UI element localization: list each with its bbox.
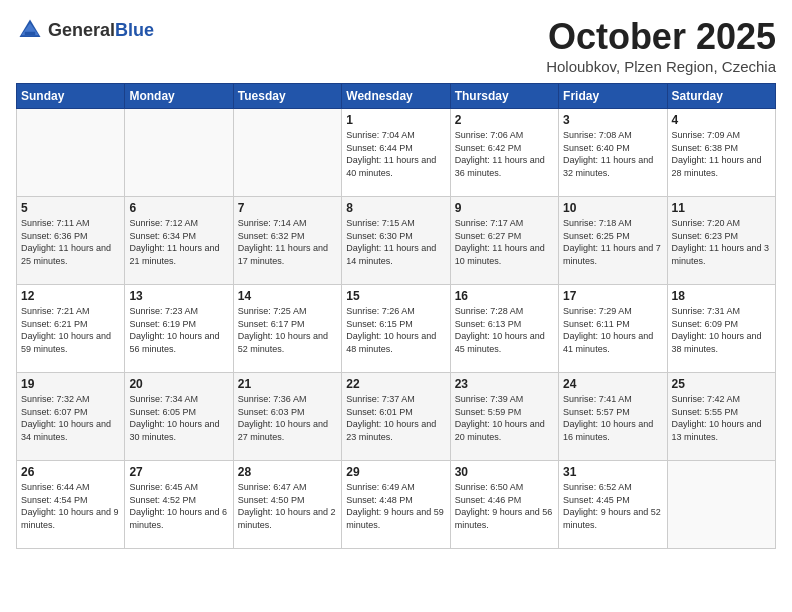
day-info: Sunrise: 7:06 AM Sunset: 6:42 PM Dayligh… <box>455 129 554 179</box>
calendar-cell <box>667 461 775 549</box>
month-title: October 2025 <box>546 16 776 58</box>
day-number: 28 <box>238 465 337 479</box>
day-number: 13 <box>129 289 228 303</box>
day-number: 9 <box>455 201 554 215</box>
day-info: Sunrise: 7:04 AM Sunset: 6:44 PM Dayligh… <box>346 129 445 179</box>
calendar-table: SundayMondayTuesdayWednesdayThursdayFrid… <box>16 83 776 549</box>
calendar-cell: 10Sunrise: 7:18 AM Sunset: 6:25 PM Dayli… <box>559 197 667 285</box>
day-info: Sunrise: 6:49 AM Sunset: 4:48 PM Dayligh… <box>346 481 445 531</box>
calendar-cell: 6Sunrise: 7:12 AM Sunset: 6:34 PM Daylig… <box>125 197 233 285</box>
calendar-cell: 11Sunrise: 7:20 AM Sunset: 6:23 PM Dayli… <box>667 197 775 285</box>
day-number: 19 <box>21 377 120 391</box>
day-number: 21 <box>238 377 337 391</box>
day-info: Sunrise: 7:15 AM Sunset: 6:30 PM Dayligh… <box>346 217 445 267</box>
calendar-cell: 19Sunrise: 7:32 AM Sunset: 6:07 PM Dayli… <box>17 373 125 461</box>
day-info: Sunrise: 7:28 AM Sunset: 6:13 PM Dayligh… <box>455 305 554 355</box>
day-info: Sunrise: 6:47 AM Sunset: 4:50 PM Dayligh… <box>238 481 337 531</box>
calendar-cell: 24Sunrise: 7:41 AM Sunset: 5:57 PM Dayli… <box>559 373 667 461</box>
day-number: 7 <box>238 201 337 215</box>
day-number: 12 <box>21 289 120 303</box>
day-number: 16 <box>455 289 554 303</box>
calendar-cell: 29Sunrise: 6:49 AM Sunset: 4:48 PM Dayli… <box>342 461 450 549</box>
weekday-header-row: SundayMondayTuesdayWednesdayThursdayFrid… <box>17 84 776 109</box>
day-info: Sunrise: 7:17 AM Sunset: 6:27 PM Dayligh… <box>455 217 554 267</box>
weekday-header: Thursday <box>450 84 558 109</box>
day-number: 17 <box>563 289 662 303</box>
day-info: Sunrise: 7:14 AM Sunset: 6:32 PM Dayligh… <box>238 217 337 267</box>
day-info: Sunrise: 7:41 AM Sunset: 5:57 PM Dayligh… <box>563 393 662 443</box>
calendar-week-row: 5Sunrise: 7:11 AM Sunset: 6:36 PM Daylig… <box>17 197 776 285</box>
weekday-header: Tuesday <box>233 84 341 109</box>
logo-general-text: General <box>48 20 115 40</box>
day-info: Sunrise: 7:21 AM Sunset: 6:21 PM Dayligh… <box>21 305 120 355</box>
calendar-cell: 26Sunrise: 6:44 AM Sunset: 4:54 PM Dayli… <box>17 461 125 549</box>
weekday-header: Saturday <box>667 84 775 109</box>
calendar-header: SundayMondayTuesdayWednesdayThursdayFrid… <box>17 84 776 109</box>
calendar-cell: 28Sunrise: 6:47 AM Sunset: 4:50 PM Dayli… <box>233 461 341 549</box>
day-number: 6 <box>129 201 228 215</box>
svg-rect-2 <box>25 32 36 36</box>
weekday-header: Wednesday <box>342 84 450 109</box>
day-info: Sunrise: 7:34 AM Sunset: 6:05 PM Dayligh… <box>129 393 228 443</box>
day-number: 30 <box>455 465 554 479</box>
calendar-cell: 3Sunrise: 7:08 AM Sunset: 6:40 PM Daylig… <box>559 109 667 197</box>
day-info: Sunrise: 7:32 AM Sunset: 6:07 PM Dayligh… <box>21 393 120 443</box>
day-number: 23 <box>455 377 554 391</box>
calendar-body: 1Sunrise: 7:04 AM Sunset: 6:44 PM Daylig… <box>17 109 776 549</box>
day-info: Sunrise: 7:42 AM Sunset: 5:55 PM Dayligh… <box>672 393 771 443</box>
day-info: Sunrise: 7:18 AM Sunset: 6:25 PM Dayligh… <box>563 217 662 267</box>
day-number: 8 <box>346 201 445 215</box>
calendar-cell <box>125 109 233 197</box>
day-number: 31 <box>563 465 662 479</box>
day-info: Sunrise: 7:11 AM Sunset: 6:36 PM Dayligh… <box>21 217 120 267</box>
calendar-cell: 1Sunrise: 7:04 AM Sunset: 6:44 PM Daylig… <box>342 109 450 197</box>
weekday-header: Sunday <box>17 84 125 109</box>
weekday-header: Friday <box>559 84 667 109</box>
day-number: 15 <box>346 289 445 303</box>
calendar-cell: 17Sunrise: 7:29 AM Sunset: 6:11 PM Dayli… <box>559 285 667 373</box>
day-info: Sunrise: 7:25 AM Sunset: 6:17 PM Dayligh… <box>238 305 337 355</box>
calendar-cell: 2Sunrise: 7:06 AM Sunset: 6:42 PM Daylig… <box>450 109 558 197</box>
calendar-week-row: 26Sunrise: 6:44 AM Sunset: 4:54 PM Dayli… <box>17 461 776 549</box>
day-number: 20 <box>129 377 228 391</box>
day-number: 27 <box>129 465 228 479</box>
weekday-header: Monday <box>125 84 233 109</box>
title-block: October 2025 Holoubkov, Plzen Region, Cz… <box>546 16 776 75</box>
calendar-cell: 8Sunrise: 7:15 AM Sunset: 6:30 PM Daylig… <box>342 197 450 285</box>
day-info: Sunrise: 7:23 AM Sunset: 6:19 PM Dayligh… <box>129 305 228 355</box>
day-number: 24 <box>563 377 662 391</box>
day-info: Sunrise: 7:09 AM Sunset: 6:38 PM Dayligh… <box>672 129 771 179</box>
day-number: 25 <box>672 377 771 391</box>
calendar-cell: 21Sunrise: 7:36 AM Sunset: 6:03 PM Dayli… <box>233 373 341 461</box>
day-number: 11 <box>672 201 771 215</box>
calendar-cell: 30Sunrise: 6:50 AM Sunset: 4:46 PM Dayli… <box>450 461 558 549</box>
calendar-cell: 22Sunrise: 7:37 AM Sunset: 6:01 PM Dayli… <box>342 373 450 461</box>
day-number: 3 <box>563 113 662 127</box>
day-number: 14 <box>238 289 337 303</box>
calendar-cell <box>233 109 341 197</box>
calendar-cell: 23Sunrise: 7:39 AM Sunset: 5:59 PM Dayli… <box>450 373 558 461</box>
logo-blue-text: Blue <box>115 20 154 40</box>
day-info: Sunrise: 7:39 AM Sunset: 5:59 PM Dayligh… <box>455 393 554 443</box>
day-info: Sunrise: 7:20 AM Sunset: 6:23 PM Dayligh… <box>672 217 771 267</box>
calendar-cell: 20Sunrise: 7:34 AM Sunset: 6:05 PM Dayli… <box>125 373 233 461</box>
calendar-cell: 12Sunrise: 7:21 AM Sunset: 6:21 PM Dayli… <box>17 285 125 373</box>
day-info: Sunrise: 6:44 AM Sunset: 4:54 PM Dayligh… <box>21 481 120 531</box>
day-info: Sunrise: 7:08 AM Sunset: 6:40 PM Dayligh… <box>563 129 662 179</box>
calendar-week-row: 1Sunrise: 7:04 AM Sunset: 6:44 PM Daylig… <box>17 109 776 197</box>
day-info: Sunrise: 7:37 AM Sunset: 6:01 PM Dayligh… <box>346 393 445 443</box>
calendar-week-row: 19Sunrise: 7:32 AM Sunset: 6:07 PM Dayli… <box>17 373 776 461</box>
calendar-cell: 27Sunrise: 6:45 AM Sunset: 4:52 PM Dayli… <box>125 461 233 549</box>
day-info: Sunrise: 7:36 AM Sunset: 6:03 PM Dayligh… <box>238 393 337 443</box>
day-number: 29 <box>346 465 445 479</box>
calendar-cell: 14Sunrise: 7:25 AM Sunset: 6:17 PM Dayli… <box>233 285 341 373</box>
calendar-cell: 7Sunrise: 7:14 AM Sunset: 6:32 PM Daylig… <box>233 197 341 285</box>
day-info: Sunrise: 7:29 AM Sunset: 6:11 PM Dayligh… <box>563 305 662 355</box>
calendar-cell: 25Sunrise: 7:42 AM Sunset: 5:55 PM Dayli… <box>667 373 775 461</box>
day-info: Sunrise: 6:45 AM Sunset: 4:52 PM Dayligh… <box>129 481 228 531</box>
page-header: GeneralBlue October 2025 Holoubkov, Plze… <box>16 16 776 75</box>
day-number: 18 <box>672 289 771 303</box>
calendar-cell: 13Sunrise: 7:23 AM Sunset: 6:19 PM Dayli… <box>125 285 233 373</box>
calendar-week-row: 12Sunrise: 7:21 AM Sunset: 6:21 PM Dayli… <box>17 285 776 373</box>
day-number: 1 <box>346 113 445 127</box>
